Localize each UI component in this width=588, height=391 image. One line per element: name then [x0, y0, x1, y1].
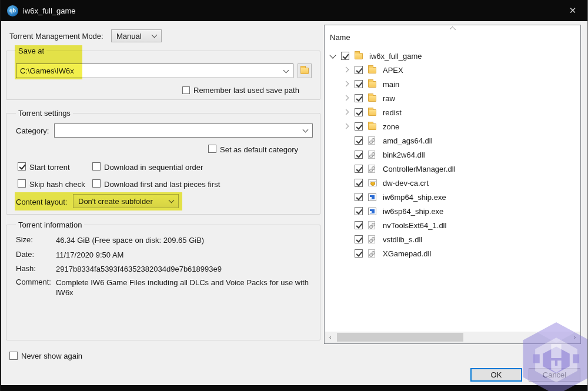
- save-path-value: C:\Games\IW6x: [20, 66, 74, 75]
- dll-icon: [368, 165, 375, 173]
- file-checkbox[interactable]: [355, 249, 363, 258]
- tree-row[interactable]: XGamepad.dll: [325, 246, 580, 260]
- file-name: iw6x_full_game: [369, 52, 422, 61]
- start-torrent-checkbox[interactable]: [18, 162, 26, 171]
- size-label: Size:: [16, 235, 33, 244]
- chevron-down-icon: [169, 198, 175, 203]
- scrollbar-thumb[interactable]: [337, 333, 463, 342]
- sort-ascending-icon[interactable]: [449, 26, 455, 32]
- folder-icon: [368, 81, 376, 88]
- sequential-order-label: Download in sequential order: [104, 163, 203, 172]
- qbittorrent-app-icon: qb: [7, 5, 18, 16]
- remember-save-path-checkbox[interactable]: [182, 86, 190, 94]
- file-name: main: [383, 80, 399, 89]
- dll-icon: [368, 151, 375, 159]
- file-checkbox[interactable]: [355, 235, 363, 243]
- dll-icon: [368, 221, 375, 229]
- window-bottom-border: [0, 385, 588, 391]
- content-layout-select[interactable]: Don't create subfolder: [73, 194, 179, 208]
- date-value: 11/17/2020 9:50 AM: [56, 250, 322, 260]
- file-name: iw6mp64_ship.exe: [383, 193, 446, 202]
- file-checkbox[interactable]: [355, 108, 363, 116]
- chevron-spacer: [343, 250, 350, 257]
- tree-row[interactable]: APEX: [325, 63, 580, 77]
- file-tree-panel: Name iw6x_full_gameAPEXmainrawredistzone…: [324, 25, 581, 344]
- skip-hash-check-label: Skip hash check: [29, 180, 85, 189]
- crt-icon: [368, 179, 377, 186]
- start-torrent-label: Start torrent: [29, 163, 70, 172]
- file-checkbox[interactable]: [355, 193, 363, 201]
- tree-row[interactable]: iw6mp64_ship.exe: [325, 190, 580, 204]
- tree-row[interactable]: redist: [325, 105, 580, 119]
- folder-icon: [368, 95, 376, 102]
- tree-row[interactable]: main: [325, 77, 580, 91]
- browse-folder-button[interactable]: [298, 64, 312, 78]
- file-tree: iw6x_full_gameAPEXmainrawredistzoneamd_a…: [325, 49, 580, 260]
- tree-row[interactable]: vstdlib_s.dll: [325, 232, 580, 246]
- tree-row[interactable]: bink2w64.dll: [325, 148, 580, 162]
- chevron-right-icon[interactable]: [343, 81, 350, 88]
- close-icon[interactable]: ✕: [564, 5, 582, 16]
- file-checkbox[interactable]: [355, 122, 363, 131]
- file-checkbox[interactable]: [355, 179, 363, 187]
- chevron-right-icon[interactable]: [343, 66, 350, 73]
- tree-row[interactable]: zone: [325, 119, 580, 133]
- tree-row[interactable]: amd_ags64.dll: [325, 133, 580, 148]
- file-checkbox[interactable]: [355, 165, 363, 173]
- sequential-order-checkbox[interactable]: [92, 162, 101, 171]
- tree-row[interactable]: iw6x_full_game: [325, 49, 580, 63]
- chevron-right-icon[interactable]: [343, 109, 350, 116]
- tree-row[interactable]: iw6sp64_ship.exe: [325, 204, 580, 218]
- category-combobox[interactable]: [54, 123, 313, 138]
- name-column-header[interactable]: Name: [330, 33, 350, 42]
- tree-row[interactable]: nvToolsExt64_1.dll: [325, 218, 580, 232]
- chevron-spacer: [343, 165, 350, 172]
- file-name: vstdlib_s.dll: [383, 235, 422, 244]
- tree-row[interactable]: ControllerManager.dll: [325, 162, 580, 176]
- file-checkbox[interactable]: [355, 151, 363, 159]
- skip-hash-check-checkbox[interactable]: [18, 179, 26, 188]
- file-checkbox[interactable]: [355, 94, 363, 102]
- date-label: Date:: [16, 250, 34, 259]
- management-mode-value: Manual: [116, 32, 142, 41]
- remember-save-path-label: Remember last used save path: [193, 86, 299, 95]
- file-name: zone: [383, 122, 399, 131]
- chevron-right-icon[interactable]: [343, 95, 350, 102]
- save-path-combobox[interactable]: C:\Games\IW6x: [16, 64, 293, 78]
- comment-label: Comment:: [16, 278, 51, 286]
- dll-icon: [368, 235, 375, 243]
- hash-label: Hash:: [16, 264, 36, 273]
- size-value: 46.34 GiB (Free space on disk: 209.65 Gi…: [56, 235, 322, 245]
- cancel-button[interactable]: Cancel: [529, 368, 580, 382]
- chevron-spacer: [343, 208, 350, 215]
- chevron-right-icon[interactable]: [343, 123, 350, 130]
- management-mode-select[interactable]: Manual: [111, 29, 162, 42]
- scroll-right-icon[interactable]: ›: [570, 332, 580, 343]
- file-name: ControllerManager.dll: [383, 165, 456, 173]
- file-name: XGamepad.dll: [383, 249, 431, 258]
- file-name: nvToolsExt64_1.dll: [383, 221, 446, 230]
- chevron-down-icon[interactable]: [329, 52, 336, 59]
- chevron-spacer: [343, 151, 350, 158]
- ok-button[interactable]: OK: [470, 368, 522, 382]
- file-checkbox[interactable]: [355, 207, 363, 215]
- tree-row[interactable]: raw: [325, 91, 580, 105]
- file-checkbox[interactable]: [355, 80, 363, 88]
- scroll-left-icon[interactable]: ‹: [325, 332, 335, 343]
- file-checkbox[interactable]: [355, 136, 363, 145]
- first-last-pieces-checkbox[interactable]: [92, 179, 101, 188]
- tree-row[interactable]: dw-dev-ca.crt: [325, 176, 580, 190]
- file-name: iw6sp64_ship.exe: [383, 207, 443, 216]
- file-checkbox[interactable]: [341, 52, 349, 60]
- file-checkbox[interactable]: [355, 66, 363, 74]
- horizontal-scrollbar[interactable]: ‹ ›: [325, 332, 580, 343]
- never-show-again-checkbox[interactable]: [9, 352, 18, 360]
- title-bar: qb iw6x_full_game ✕: [0, 0, 588, 21]
- window-title: iw6x_full_game: [23, 6, 564, 15]
- content-layout-label: Content layout:: [16, 198, 67, 206]
- file-name: raw: [383, 94, 395, 103]
- file-checkbox[interactable]: [355, 221, 363, 229]
- chevron-down-icon: [303, 127, 309, 133]
- set-default-category-checkbox[interactable]: [208, 145, 216, 153]
- chevron-spacer: [343, 222, 350, 229]
